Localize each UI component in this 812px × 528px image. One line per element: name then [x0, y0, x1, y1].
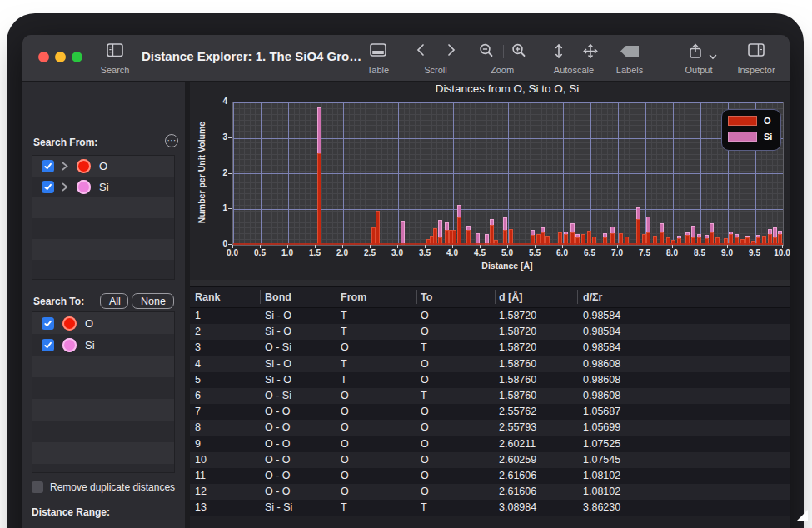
y-tick-mark	[228, 244, 232, 245]
table-row[interactable]: 4Si - OTO1.587600.98608	[190, 356, 790, 372]
column-header[interactable]: Bond	[265, 291, 291, 303]
all-button[interactable]: All	[100, 293, 128, 309]
table-cell: 1.58760	[499, 372, 536, 388]
chart-legend: OSi	[721, 109, 781, 151]
list-item[interactable]	[32, 421, 175, 442]
more-options-icon[interactable]: ⋯	[165, 134, 178, 147]
table-cell: O - O	[265, 484, 291, 500]
inspector-icon[interactable]	[748, 43, 765, 60]
x-tick-label: 10.0	[774, 248, 790, 257]
resize-grip[interactable]	[797, 510, 808, 521]
table-row[interactable]: 6O - SiOT1.587600.98608	[190, 388, 790, 404]
table-toolbar-label: Table	[367, 65, 389, 75]
y-tick-mark	[228, 102, 232, 102]
column-header[interactable]: d [Å]	[499, 291, 522, 303]
list-item[interactable]: Si	[32, 177, 175, 197]
autoscale-move-icon[interactable]	[583, 43, 599, 62]
table-cell: 2.55793	[499, 420, 536, 436]
close-button[interactable]	[38, 52, 49, 62]
table-row[interactable]: 8O - OOO2.557931.05699	[190, 420, 790, 436]
table-row[interactable]: 13Si - SiTT3.089843.86230	[190, 500, 790, 516]
atom-color-swatch	[62, 338, 77, 352]
checkbox[interactable]	[42, 317, 54, 330]
table-row[interactable]: 7O - OOO2.557621.05687	[190, 404, 790, 420]
legend-entry: O	[728, 116, 771, 126]
inspector-toolbar-label: Inspector	[737, 65, 775, 75]
table-row[interactable]: 2Si - OTO1.587200.98584	[190, 324, 790, 340]
histogram-plot[interactable]	[232, 102, 784, 246]
column-header[interactable]: From	[341, 291, 366, 303]
table-cell: 3.86230	[583, 500, 620, 516]
zoom-window-button[interactable]	[72, 52, 82, 62]
search-sidebar-icon[interactable]	[107, 43, 123, 61]
list-item[interactable]	[32, 442, 175, 464]
list-item[interactable]	[32, 464, 175, 473]
output-chevron-down-icon[interactable]	[709, 48, 717, 63]
table-cell: 6	[195, 388, 201, 404]
remove-duplicates-checkbox[interactable]	[32, 481, 43, 493]
table-row[interactable]: 11O - OOO2.616061.08102	[190, 468, 790, 484]
table-cell: O - O	[265, 420, 291, 436]
histogram-bar-o	[509, 229, 513, 245]
checkbox[interactable]	[42, 339, 54, 351]
checkbox[interactable]	[42, 181, 54, 193]
x-tick-label: 1.5	[309, 248, 321, 257]
search-to-label: Search To:	[33, 296, 84, 307]
zoom-divider	[503, 45, 504, 58]
zoom-out-icon[interactable]	[480, 43, 494, 61]
table-row[interactable]: 12O - OOO2.616061.08102	[190, 484, 790, 500]
scroll-left-icon[interactable]	[416, 43, 426, 60]
list-item[interactable]	[32, 377, 175, 399]
table-cell: O	[421, 420, 429, 436]
x-tick-mark	[315, 245, 316, 248]
checkbox[interactable]	[42, 160, 54, 172]
minimize-button[interactable]	[55, 52, 66, 62]
table-cell: Si - O	[265, 308, 291, 324]
list-item[interactable]	[32, 218, 175, 239]
table-cell: 0.98584	[583, 324, 620, 340]
table-row[interactable]: 9O - OOO2.602111.07525	[190, 436, 790, 452]
histogram-bar-o	[438, 237, 442, 245]
histogram-bar-o	[697, 237, 701, 245]
table-cell: 1.58720	[499, 308, 536, 324]
zoom-in-icon[interactable]	[512, 43, 526, 61]
table-cell: 2.55762	[499, 404, 536, 420]
column-header[interactable]: To	[421, 291, 432, 303]
column-header[interactable]: d/Σr	[583, 291, 602, 303]
list-item[interactable]	[32, 239, 175, 260]
table-row[interactable]: 3O - SiOT1.587200.98584	[190, 340, 790, 356]
x-tick-label: 5.5	[529, 248, 541, 257]
list-item[interactable]: O	[32, 156, 175, 177]
chevron-right-icon[interactable]	[62, 162, 68, 171]
table-icon[interactable]	[370, 43, 386, 60]
list-item[interactable]: O	[32, 312, 175, 334]
output-share-icon[interactable]	[690, 43, 702, 62]
table-cell: 0.98608	[583, 356, 620, 372]
window-title: Distance Explorer: 1. The SiO4 Gro…	[142, 49, 365, 63]
histogram-bar-o	[677, 238, 681, 245]
list-item[interactable]	[32, 260, 175, 280]
table-cell: O	[421, 436, 429, 452]
none-button[interactable]: None	[132, 293, 174, 309]
labels-tag-icon[interactable]	[620, 46, 639, 57]
histogram-bar-o	[705, 238, 709, 245]
list-item[interactable]	[32, 197, 175, 218]
list-item[interactable]	[32, 356, 175, 377]
histogram-bar-o	[503, 230, 507, 245]
table-row[interactable]: 10O - OOO2.602591.07545	[190, 452, 790, 468]
table-row[interactable]: 1Si - OTO1.587200.98584	[190, 308, 790, 324]
x-tick-mark	[260, 245, 261, 248]
scroll-right-icon[interactable]	[446, 43, 456, 60]
column-header[interactable]: Rank	[195, 291, 221, 303]
table-row[interactable]: 5Si - OTO1.587600.98608	[190, 372, 790, 388]
autoscale-vertical-icon[interactable]	[555, 43, 564, 62]
histogram-bar-o	[490, 225, 494, 245]
x-tick-mark	[562, 245, 563, 248]
table-cell: O	[341, 484, 349, 500]
column-separator	[336, 290, 336, 304]
x-tick-label: 4.5	[474, 248, 486, 257]
list-item[interactable]: Si	[32, 334, 175, 356]
chevron-right-icon[interactable]	[62, 182, 68, 192]
list-item[interactable]	[32, 399, 175, 421]
table-cell: 8	[195, 420, 201, 436]
